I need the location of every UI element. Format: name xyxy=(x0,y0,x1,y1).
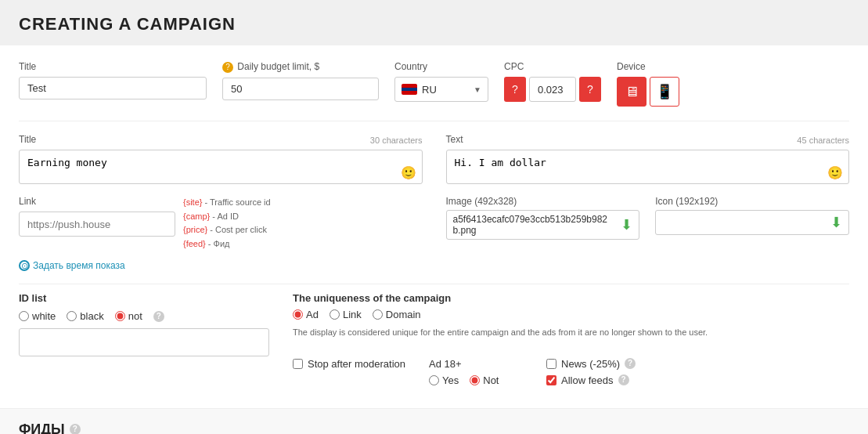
uniqueness-ad-label: Ad xyxy=(306,309,319,320)
uniqueness-radio-group: Ad Link Domain xyxy=(293,309,849,320)
budget-input[interactable] xyxy=(222,78,379,100)
chevron-down-icon: ▼ xyxy=(474,85,481,94)
image-filename: a5f6413ecafc079e3ccb513b259b982b.png xyxy=(453,214,615,236)
top-form-row: Title ? Daily budget limit, $ Country RU… xyxy=(19,61,849,107)
id-list-column: ID list white black not ? xyxy=(19,292,269,392)
allow-feeds-checkbox-label[interactable]: Allow feeds ? xyxy=(546,374,636,386)
right-column: Text 45 characters Hi. I am dollar 🙂 Ima… xyxy=(446,134,850,271)
ad18-group: Ad 18+ Yes Not xyxy=(429,358,523,392)
image-field: a5f6413ecafc079e3ccb513b259b982b.png ⬇ xyxy=(446,210,640,240)
uniqueness-description: The display is considered unique for the… xyxy=(293,327,849,338)
uniqueness-column: The uniqueness of the campaign Ad Link D… xyxy=(293,292,849,392)
country-label: Country xyxy=(394,61,488,72)
campaign-title-group: Title xyxy=(19,61,207,99)
divider-1 xyxy=(19,121,849,121)
icon-field-group: Icon (192x192) ⬇ xyxy=(655,196,849,246)
id-list-not-label: not xyxy=(128,310,142,322)
moderation-row: Stop after moderation Ad 18+ Yes Not xyxy=(293,350,849,392)
extra-options-group: News (-25%) ? Allow feeds ? xyxy=(546,358,636,386)
device-mobile-button[interactable]: 📱 xyxy=(650,77,679,107)
campaign-title-input[interactable] xyxy=(19,77,207,99)
stop-moderation-label: Stop after moderation xyxy=(308,358,405,370)
ad-content-layout: Title 30 characters Earning money 🙂 Link… xyxy=(19,134,849,271)
stop-moderation-group: Stop after moderation xyxy=(293,358,405,370)
device-buttons: 🖥 📱 xyxy=(617,77,679,107)
link-label: Link xyxy=(19,196,175,207)
id-list-textarea[interactable] xyxy=(19,328,269,356)
icon-field: ⬇ xyxy=(655,210,849,235)
cpc-controls: ? ? xyxy=(504,77,601,102)
stop-moderation-checkbox[interactable] xyxy=(293,359,303,369)
news-help-icon[interactable]: ? xyxy=(625,358,636,369)
text-wrapper: Hi. I am dollar 🙂 xyxy=(446,150,850,186)
cpc-question-button[interactable]: ? xyxy=(504,77,526,102)
page-header: CREATING A CAMPAIGN xyxy=(0,0,868,45)
device-desktop-button[interactable]: 🖥 xyxy=(617,77,646,107)
link-hint-feed: {feed} - Фид xyxy=(183,237,271,251)
text-emoji-button[interactable]: 🙂 xyxy=(827,165,843,180)
uniqueness-link-option[interactable]: Link xyxy=(330,309,362,320)
cpc-help-button[interactable]: ? xyxy=(579,77,601,102)
device-group: Device 🖥 📱 xyxy=(617,61,679,107)
id-list-black-option[interactable]: black xyxy=(67,310,103,322)
link-hint-camp: {camp} - Ad ID xyxy=(183,210,271,224)
emoji-button[interactable]: 🙂 xyxy=(401,165,416,180)
cpc-value-input[interactable] xyxy=(529,77,576,102)
id-list-help-icon[interactable]: ? xyxy=(153,311,164,322)
ad-title-wrapper: Earning money 🙂 xyxy=(19,150,423,186)
schedule-link[interactable]: ⊙ Задать время показа xyxy=(19,260,423,271)
ad18-yes-label: Yes xyxy=(442,374,459,386)
id-list-black-label: black xyxy=(80,310,103,322)
allow-feeds-checkbox[interactable] xyxy=(546,375,556,385)
ad18-label: Ad 18+ xyxy=(429,358,523,370)
stop-moderation-checkbox-label[interactable]: Stop after moderation xyxy=(293,358,405,370)
uniqueness-title: The uniqueness of the campaign xyxy=(293,292,849,304)
link-row: Link {site} - Traffic source id {camp} -… xyxy=(19,196,423,251)
text-textarea[interactable]: Hi. I am dollar xyxy=(446,150,850,184)
icon-label: Icon (192x192) xyxy=(655,196,849,207)
icon-upload-button[interactable]: ⬇ xyxy=(830,214,842,231)
ad18-not-label: Not xyxy=(483,374,499,386)
news-label: News (-25%) xyxy=(561,358,620,370)
budget-label: ? Daily budget limit, $ xyxy=(222,61,379,73)
ad-title-label: Title xyxy=(19,134,36,145)
link-input[interactable] xyxy=(19,212,175,237)
budget-help-icon[interactable]: ? xyxy=(222,62,233,73)
feeds-section: ФИДЫ ? feed-1 ? feed-2 ? feed-3 ? feed-4… xyxy=(0,408,868,434)
country-value: RU xyxy=(422,84,437,96)
schedule-label: Задать время показа xyxy=(33,260,125,271)
link-hint-site: {site} - Traffic source id xyxy=(183,196,271,210)
id-list-white-option[interactable]: white xyxy=(19,310,56,322)
country-select[interactable]: RU ▼ xyxy=(394,77,488,102)
text-label: Text xyxy=(446,134,463,145)
uniqueness-ad-option[interactable]: Ad xyxy=(293,309,319,320)
cpc-group: CPC ? ? xyxy=(504,61,601,102)
page-title: CREATING A CAMPAIGN xyxy=(19,14,849,34)
news-checkbox[interactable] xyxy=(546,359,556,369)
link-hints: {site} - Traffic source id {camp} - Ad I… xyxy=(183,196,271,251)
cpc-label: CPC xyxy=(504,61,601,72)
id-list-label: ID list xyxy=(19,292,269,304)
ad18-yes-option[interactable]: Yes xyxy=(429,374,459,386)
feeds-help-icon[interactable]: ? xyxy=(70,424,81,434)
ad18-radio-group: Yes Not xyxy=(429,374,523,386)
text-char-count: 45 characters xyxy=(797,136,849,145)
allow-feeds-help-icon[interactable]: ? xyxy=(618,374,629,385)
feeds-title: ФИДЫ ? xyxy=(19,421,849,434)
bottom-section: ID list white black not ? The uniquen xyxy=(19,284,849,392)
image-label: Image (492x328) xyxy=(446,196,640,207)
ad-title-textarea[interactable]: Earning money xyxy=(19,150,423,184)
ad18-not-option[interactable]: Not xyxy=(470,374,499,386)
id-list-radio-group: white black not ? xyxy=(19,310,269,322)
id-list-not-option[interactable]: not xyxy=(115,310,142,322)
news-checkbox-label[interactable]: News (-25%) ? xyxy=(546,358,636,370)
image-upload-button[interactable]: ⬇ xyxy=(621,216,632,233)
image-field-group: Image (492x328) a5f6413ecafc079e3ccb513b… xyxy=(446,196,640,246)
flag-icon xyxy=(402,84,417,95)
link-hint-price: {price} - Cost per click xyxy=(183,223,271,237)
left-column: Title 30 characters Earning money 🙂 Link… xyxy=(19,134,423,271)
device-label: Device xyxy=(617,61,679,72)
main-content: Title ? Daily budget limit, $ Country RU… xyxy=(0,45,868,408)
uniqueness-domain-option[interactable]: Domain xyxy=(373,309,421,320)
country-group: Country RU ▼ xyxy=(394,61,488,102)
